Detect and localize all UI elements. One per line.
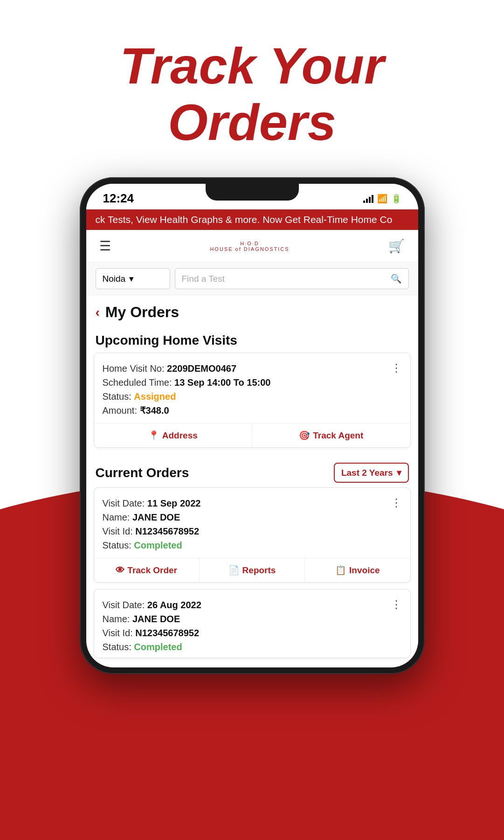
status-badge: Assigned xyxy=(134,391,176,402)
app-header: ☰ H·O·D HOUSE of DIAGNOSTICS 🛒 xyxy=(86,230,418,263)
order2-visit-date: Visit Date: 26 Aug 2022 xyxy=(103,598,201,612)
chevron-down-icon: ▾ xyxy=(397,467,401,478)
order1-actions: 👁 Track Order 📄 Reports 📋 Invoice xyxy=(94,558,410,582)
order2-more-options-icon[interactable]: ⋮ xyxy=(386,598,402,611)
status-bar: 12:24 📶 🔋 xyxy=(86,184,418,209)
order1-info: Visit Date: 11 Sep 2022 Name: JANE DOE V… xyxy=(103,496,201,552)
hero-section: Track Your Orders xyxy=(0,37,504,150)
order2-visit-id: Visit Id: N12345678952 xyxy=(103,626,201,640)
reports-button[interactable]: 📄 Reports xyxy=(199,558,304,582)
chevron-down-icon: ▾ xyxy=(129,273,134,284)
phone-mockup: 12:24 📶 🔋 ck Tests, View Health Graphs &… xyxy=(80,177,425,674)
page-title-row: ‹ My Orders xyxy=(86,295,418,326)
order2-info-row: Visit Date: 26 Aug 2022 Name: JANE DOE V… xyxy=(103,598,402,654)
marquee-banner: ck Tests, View Health Graphs & more. Now… xyxy=(86,209,418,230)
signal-bars-icon xyxy=(363,194,373,203)
card-actions: 📍 Address 🎯 Track Agent xyxy=(94,423,410,447)
scheduled-text: Scheduled Time: 13 Sep 14:00 To 15:00 xyxy=(103,375,271,389)
status-icons: 📶 🔋 xyxy=(363,194,401,204)
order1-name: Name: JANE DOE xyxy=(103,510,201,524)
phone-screen: 12:24 📶 🔋 ck Tests, View Health Graphs &… xyxy=(86,184,418,667)
status-text: Status: Assigned xyxy=(103,389,271,403)
upcoming-section-title: Upcoming Home Visits xyxy=(86,326,418,353)
card-visit-info: Home Visit No: 2209DEMO0467 Scheduled Ti… xyxy=(103,361,271,417)
filter-dropdown[interactable]: Last 2 Years ▾ xyxy=(334,463,409,483)
upcoming-order-card: Home Visit No: 2209DEMO0467 Scheduled Ti… xyxy=(94,353,411,448)
phone-frame: 12:24 📶 🔋 ck Tests, View Health Graphs &… xyxy=(80,177,425,674)
track-agent-button[interactable]: 🎯 Track Agent xyxy=(252,423,410,447)
hero-title: Track Your Orders xyxy=(0,37,504,150)
order1-visit-date: Visit Date: 11 Sep 2022 xyxy=(103,496,201,510)
address-button[interactable]: 📍 Address xyxy=(94,423,252,447)
invoice-button[interactable]: 📋 Invoice xyxy=(304,558,410,582)
menu-icon[interactable]: ☰ xyxy=(99,238,111,254)
location-dropdown[interactable]: Noida ▾ xyxy=(96,268,170,289)
current-orders-header: Current Orders Last 2 Years ▾ xyxy=(86,454,418,487)
amount-text: Amount: ₹348.0 xyxy=(103,403,271,417)
search-icon: 🔍 xyxy=(391,273,402,284)
reports-icon: 📄 xyxy=(228,565,240,576)
current-order-card-2: Visit Date: 26 Aug 2022 Name: JANE DOE V… xyxy=(94,589,411,658)
notch xyxy=(206,184,299,201)
order1-visit-id: Visit Id: N12345678952 xyxy=(103,524,201,538)
back-button[interactable]: ‹ xyxy=(96,305,100,320)
visit-no-text: Home Visit No: 2209DEMO0467 xyxy=(103,361,271,375)
current-orders-title: Current Orders xyxy=(96,465,189,480)
track-agent-icon: 🎯 xyxy=(299,430,310,441)
search-placeholder: Find a Test xyxy=(182,274,225,284)
address-icon: 📍 xyxy=(148,430,159,441)
hod-logo: H·O·D HOUSE of DIAGNOSTICS xyxy=(210,241,289,252)
card-visit-row: Home Visit No: 2209DEMO0467 Scheduled Ti… xyxy=(103,361,402,417)
page-title: My Orders xyxy=(105,304,179,321)
order2-status-badge: Completed xyxy=(134,642,182,652)
order1-info-row: Visit Date: 11 Sep 2022 Name: JANE DOE V… xyxy=(103,496,402,552)
current-order-card-1: Visit Date: 11 Sep 2022 Name: JANE DOE V… xyxy=(94,487,411,583)
wifi-icon: 📶 xyxy=(377,194,387,204)
search-input-container[interactable]: Find a Test 🔍 xyxy=(175,268,409,289)
order1-status-badge: Completed xyxy=(134,540,182,550)
status-time: 12:24 xyxy=(103,191,134,206)
battery-icon: 🔋 xyxy=(391,194,401,204)
location-label: Noida xyxy=(103,274,126,284)
filter-label: Last 2 Years xyxy=(341,468,393,478)
more-options-icon[interactable]: ⋮ xyxy=(386,361,402,375)
order1-more-options-icon[interactable]: ⋮ xyxy=(386,496,402,509)
cart-icon[interactable]: 🛒 xyxy=(388,238,405,254)
search-bar: Noida ▾ Find a Test 🔍 xyxy=(86,263,418,295)
invoice-icon: 📋 xyxy=(335,565,346,576)
order1-status: Status: Completed xyxy=(103,538,201,552)
order2-info: Visit Date: 26 Aug 2022 Name: JANE DOE V… xyxy=(103,598,201,654)
order2-name: Name: JANE DOE xyxy=(103,612,201,626)
track-order-icon: 👁 xyxy=(116,565,124,576)
track-order-button[interactable]: 👁 Track Order xyxy=(94,558,199,582)
order2-status: Status: Completed xyxy=(103,640,201,654)
